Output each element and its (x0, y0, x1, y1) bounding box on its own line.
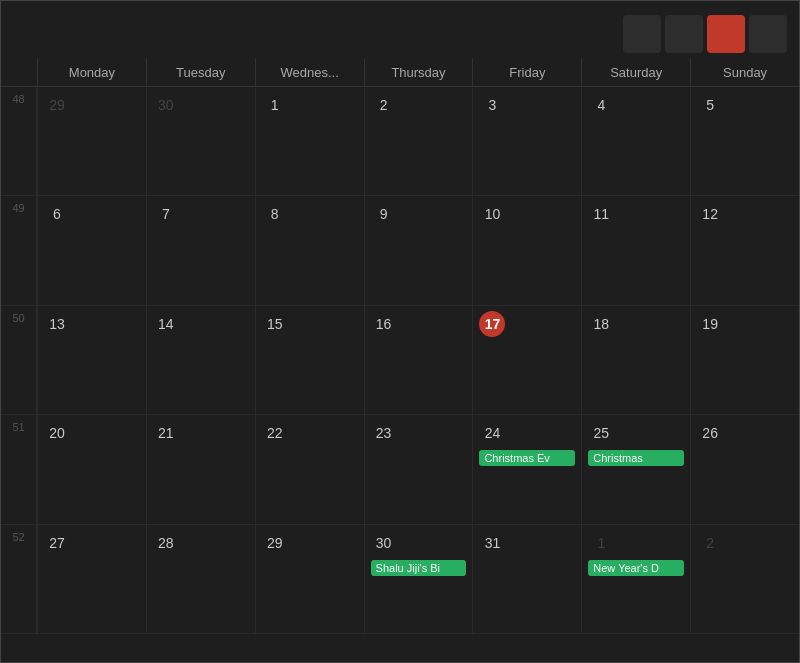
day-number: 10 (479, 201, 505, 227)
day-number: 2 (697, 530, 723, 556)
day-header-wednes: Wednes... (255, 59, 364, 86)
calendar-cell[interactable]: 26 (690, 415, 799, 523)
day-number: 17 (479, 311, 505, 337)
week-number: 52 (1, 525, 37, 633)
day-header-saturday: Saturday (581, 59, 690, 86)
calendar-cell[interactable]: 20 (37, 415, 146, 523)
calendar-cell[interactable]: 9 (364, 196, 473, 304)
day-number: 28 (153, 530, 179, 556)
day-headers: MondayTuesdayWednes...ThursdayFridaySatu… (1, 59, 799, 87)
calendar-grid: 4829301234549678910111250131415161718195… (1, 87, 799, 634)
day-header-sunday: Sunday (690, 59, 799, 86)
calendar-cell[interactable]: 29 (255, 525, 364, 633)
week-number: 51 (1, 415, 37, 523)
calendar-row: 512021222324Christmas Ev25Christmas26 (1, 415, 799, 524)
day-number: 21 (153, 420, 179, 446)
calendar-cell[interactable]: 6 (37, 196, 146, 304)
calendar-cell[interactable]: 30 (146, 87, 255, 195)
calendar-cell[interactable]: 25Christmas (581, 415, 690, 523)
day-number: 2 (371, 92, 397, 118)
day-number: 20 (44, 420, 70, 446)
calendar-cell[interactable]: 14 (146, 306, 255, 414)
day-number: 6 (44, 201, 70, 227)
day-header-friday: Friday (472, 59, 581, 86)
calendar-cell[interactable]: 11 (581, 196, 690, 304)
day-header-tuesday: Tuesday (146, 59, 255, 86)
day-number: 29 (44, 92, 70, 118)
calendar-cell[interactable]: 19 (690, 306, 799, 414)
day-number: 3 (479, 92, 505, 118)
calendar-cell[interactable]: 5 (690, 87, 799, 195)
calendar-cell[interactable]: 2 (690, 525, 799, 633)
day-header-monday: Monday (37, 59, 146, 86)
menu-button[interactable] (749, 15, 787, 53)
day-number: 1 (588, 530, 614, 556)
calendar-cell[interactable]: 30Shalu Jiji's Bi (364, 525, 473, 633)
day-number: 18 (588, 311, 614, 337)
calendar-header (1, 9, 799, 59)
day-number: 5 (697, 92, 723, 118)
calendar-cell[interactable]: 16 (364, 306, 473, 414)
calendar-cell[interactable]: 27 (37, 525, 146, 633)
calendar-cell[interactable]: 15 (255, 306, 364, 414)
calendar-cell[interactable]: 21 (146, 415, 255, 523)
calendar-cell[interactable]: 23 (364, 415, 473, 523)
add-event-button[interactable] (623, 15, 661, 53)
day-number: 27 (44, 530, 70, 556)
day-number: 16 (371, 311, 397, 337)
week-number: 48 (1, 87, 37, 195)
calendar-cell[interactable]: 31 (472, 525, 581, 633)
week-label-header (1, 59, 37, 86)
day-number: 7 (153, 201, 179, 227)
calendar-cell[interactable]: 22 (255, 415, 364, 523)
calendar-cell[interactable]: 28 (146, 525, 255, 633)
day-number: 26 (697, 420, 723, 446)
event-chip[interactable]: Christmas Ev (479, 450, 575, 466)
day-number: 12 (697, 201, 723, 227)
tasks-button[interactable] (665, 15, 703, 53)
calendar-cell[interactable]: 18 (581, 306, 690, 414)
day-number: 13 (44, 311, 70, 337)
day-number: 8 (262, 201, 288, 227)
calendar-cell[interactable]: 1New Year's D (581, 525, 690, 633)
calendar-row: 5013141516171819 (1, 306, 799, 415)
day-number: 25 (588, 420, 614, 446)
filter-button[interactable] (707, 15, 745, 53)
day-number: 19 (697, 311, 723, 337)
title-bar (1, 1, 799, 9)
day-number: 15 (262, 311, 288, 337)
week-number: 49 (1, 196, 37, 304)
calendar-cell[interactable]: 8 (255, 196, 364, 304)
day-number: 30 (153, 92, 179, 118)
next-month-button[interactable] (29, 30, 41, 38)
day-number: 29 (262, 530, 288, 556)
calendar-cell[interactable]: 4 (581, 87, 690, 195)
calendar-cell[interactable]: 12 (690, 196, 799, 304)
calendar-row: 496789101112 (1, 196, 799, 305)
calendar-cell[interactable]: 24Christmas Ev (472, 415, 581, 523)
week-number: 50 (1, 306, 37, 414)
toolbar (623, 15, 787, 53)
calendar-cell[interactable]: 2 (364, 87, 473, 195)
day-number: 4 (588, 92, 614, 118)
calendar-cell[interactable]: 13 (37, 306, 146, 414)
day-number: 31 (479, 530, 505, 556)
day-header-thursday: Thursday (364, 59, 473, 86)
day-number: 1 (262, 92, 288, 118)
event-chip[interactable]: Christmas (588, 450, 684, 466)
calendar-cell[interactable]: 29 (37, 87, 146, 195)
event-chip[interactable]: New Year's D (588, 560, 684, 576)
calendar-cell[interactable]: 7 (146, 196, 255, 304)
event-chip[interactable]: Shalu Jiji's Bi (371, 560, 467, 576)
day-number: 9 (371, 201, 397, 227)
calendar-cell[interactable]: 1 (255, 87, 364, 195)
prev-month-button[interactable] (9, 30, 21, 38)
calendar-cell[interactable]: 10 (472, 196, 581, 304)
day-number: 14 (153, 311, 179, 337)
calendar-cell[interactable]: 17 (472, 306, 581, 414)
day-number: 23 (371, 420, 397, 446)
calendar-row: 48293012345 (1, 87, 799, 196)
day-number: 24 (479, 420, 505, 446)
calendar-cell[interactable]: 3 (472, 87, 581, 195)
day-number: 30 (371, 530, 397, 556)
